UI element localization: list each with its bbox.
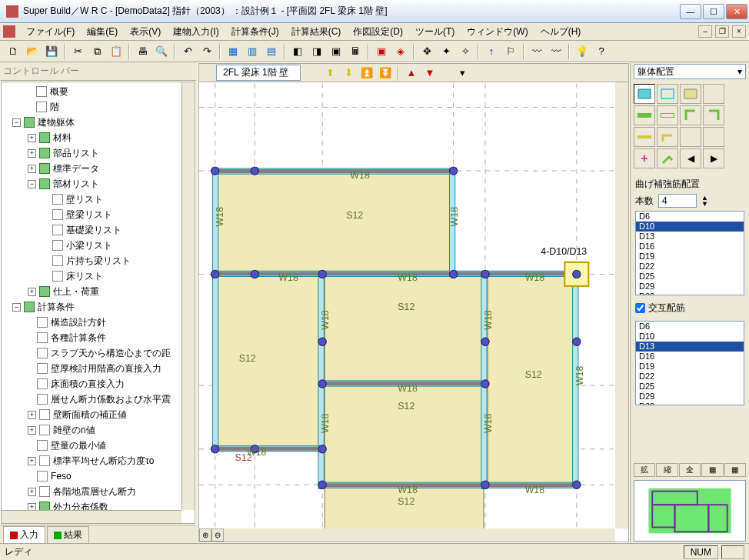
tree-item[interactable]: 壁量の最小値: [51, 439, 106, 452]
collapse-icon[interactable]: −: [12, 118, 21, 127]
list-item[interactable]: D10: [636, 222, 744, 232]
tree-item[interactable]: 各種計算条件: [51, 332, 106, 345]
minimap[interactable]: [634, 480, 746, 542]
tree-item[interactable]: 雑壁のn値: [53, 424, 95, 437]
pal-corner1-icon[interactable]: [680, 105, 701, 125]
list-item[interactable]: D19: [636, 362, 744, 372]
tree-item[interactable]: 層せん断力係数および水平震: [51, 393, 171, 406]
close-button[interactable]: ✕: [726, 4, 747, 19]
pal-slab-icon[interactable]: [680, 84, 701, 104]
list-item[interactable]: D16: [636, 352, 744, 362]
arrow-dbl-up-icon[interactable]: ⏫: [359, 65, 374, 81]
tree-item[interactable]: 建物躯体: [38, 116, 75, 129]
pal-right-icon[interactable]: ▶: [703, 148, 724, 168]
maximize-button[interactable]: ☐: [703, 4, 724, 19]
expand-icon[interactable]: +: [28, 488, 36, 496]
menu-input[interactable]: 建物入力(I): [167, 24, 225, 40]
snap3-icon[interactable]: ✧: [457, 43, 474, 60]
grid3-icon[interactable]: ▤: [263, 43, 280, 60]
spin-buttons[interactable]: ▲▼: [701, 195, 708, 207]
arrow-down-icon[interactable]: ⬇: [341, 65, 356, 81]
list-item[interactable]: D29: [636, 282, 744, 292]
expand-icon[interactable]: +: [28, 288, 36, 296]
rebar-list-2[interactable]: D6D10D13D16D19D22D25D29D32D35: [635, 321, 744, 405]
tree-item[interactable]: 壁厚検討用階高の直接入力: [51, 362, 161, 375]
pal-rect2-icon[interactable]: [657, 84, 678, 104]
list-item[interactable]: D6: [636, 322, 744, 332]
list-item[interactable]: D22: [636, 372, 744, 382]
tree-item[interactable]: 壁リスト: [66, 193, 103, 206]
tree-item[interactable]: 標準データ: [53, 162, 99, 175]
nav-zoom-in[interactable]: 拡: [634, 463, 655, 477]
red2-icon[interactable]: ◈: [392, 43, 409, 60]
copy-icon[interactable]: ⧉: [88, 43, 105, 60]
pal-hline2-icon[interactable]: [657, 105, 678, 125]
tree-item[interactable]: 各階地震層せん断力: [53, 485, 136, 498]
menu-view[interactable]: 表示(V): [124, 24, 167, 40]
tree-item[interactable]: 計算条件: [38, 301, 75, 314]
list-item[interactable]: D32: [636, 292, 744, 295]
wave2-icon[interactable]: 〰: [548, 43, 564, 60]
canvas-scrollbar-v[interactable]: [615, 82, 628, 528]
arrow-dbl-down-icon[interactable]: ⏬: [378, 65, 393, 81]
up-icon[interactable]: ↑: [483, 43, 500, 60]
tree-item[interactable]: 仕上・荷重: [53, 285, 99, 298]
pal-blank2-icon[interactable]: [680, 127, 701, 147]
pal-corner3-icon[interactable]: [657, 148, 678, 168]
tool-c-icon[interactable]: ▣: [328, 43, 345, 60]
arrow-up-icon[interactable]: ⬆: [322, 65, 338, 81]
tree-item[interactable]: 標準平均せん断応力度τo: [53, 455, 154, 468]
mdi-restore[interactable]: ❐: [715, 25, 729, 38]
arrow-up-red-icon[interactable]: ▲: [404, 65, 419, 81]
menu-result[interactable]: 計算結果(C): [285, 24, 348, 40]
pal-bar1-icon[interactable]: [634, 127, 655, 147]
redo-icon[interactable]: ↷: [198, 43, 215, 60]
pal-corner2-icon[interactable]: [703, 105, 724, 125]
print-icon[interactable]: 🖶: [134, 43, 151, 60]
list-item[interactable]: D13: [636, 342, 744, 352]
pal-bar2-icon[interactable]: [657, 127, 678, 147]
list-item[interactable]: D6: [636, 212, 744, 222]
right-combo[interactable]: 躯体配置▾: [634, 64, 746, 79]
collapse-icon[interactable]: −: [12, 303, 21, 312]
tree-item[interactable]: 床面積の直接入力: [51, 378, 125, 391]
pal-left-icon[interactable]: ◀: [680, 148, 701, 168]
snap2-icon[interactable]: ✦: [438, 43, 454, 60]
menu-file[interactable]: ファイル(F): [20, 24, 81, 40]
tree-item[interactable]: 壁梁リスト: [66, 208, 112, 222]
wave-icon[interactable]: 〰: [528, 43, 545, 60]
tree-item[interactable]: 材料: [53, 132, 72, 145]
cut-icon[interactable]: ✂: [69, 43, 86, 60]
menu-help[interactable]: ヘルプ(H): [534, 24, 588, 40]
mdi-close[interactable]: ×: [732, 25, 746, 38]
tree-item[interactable]: スラブ天から構造心までの距: [51, 347, 171, 360]
grid2-icon[interactable]: ▥: [244, 43, 261, 60]
undo-icon[interactable]: ↶: [179, 43, 196, 60]
list-item[interactable]: D29: [636, 392, 744, 402]
menu-cond[interactable]: 計算条件(J): [225, 24, 285, 40]
tree-item[interactable]: 壁断面積の補正値: [53, 408, 127, 422]
minimize-button[interactable]: —: [680, 4, 701, 19]
floor-plan-canvas[interactable]: W18 W18 W18 W18 W18 W18 W18 W18 W18 W18 …: [199, 82, 628, 542]
pal-hline-icon[interactable]: [634, 105, 655, 125]
collapse-icon[interactable]: −: [28, 180, 36, 188]
expand-icon[interactable]: +: [28, 149, 36, 158]
mdi-minimize[interactable]: –: [698, 25, 712, 38]
nav-grid1[interactable]: ▦: [701, 463, 723, 477]
tool-a-icon[interactable]: ◧: [289, 43, 306, 60]
pal-blank-icon[interactable]: [703, 84, 724, 104]
dropdown-icon[interactable]: ▾: [454, 65, 470, 81]
tree-item[interactable]: 片持ち梁リスト: [66, 255, 131, 268]
open-icon[interactable]: 📂: [24, 43, 41, 60]
tree-scrollbar-v[interactable]: [181, 82, 195, 510]
nav-zoom-out[interactable]: 縮: [656, 463, 677, 477]
zoom-out-icon[interactable]: ⊖: [211, 528, 224, 542]
list-item[interactable]: D22: [636, 262, 744, 272]
expand-icon[interactable]: +: [28, 426, 36, 435]
tree-view[interactable]: 概要 階 −建物躯体 +材料 +部品リスト +標準データ −部材リスト 壁リスト…: [1, 82, 195, 524]
arrow-down-red-icon[interactable]: ▼: [422, 65, 438, 81]
tab-result[interactable]: 結果: [47, 526, 89, 543]
canvas-scrollbar-h[interactable]: [222, 528, 615, 542]
calc-icon[interactable]: 🖩: [347, 43, 364, 60]
menu-edit[interactable]: 編集(E): [81, 24, 124, 40]
